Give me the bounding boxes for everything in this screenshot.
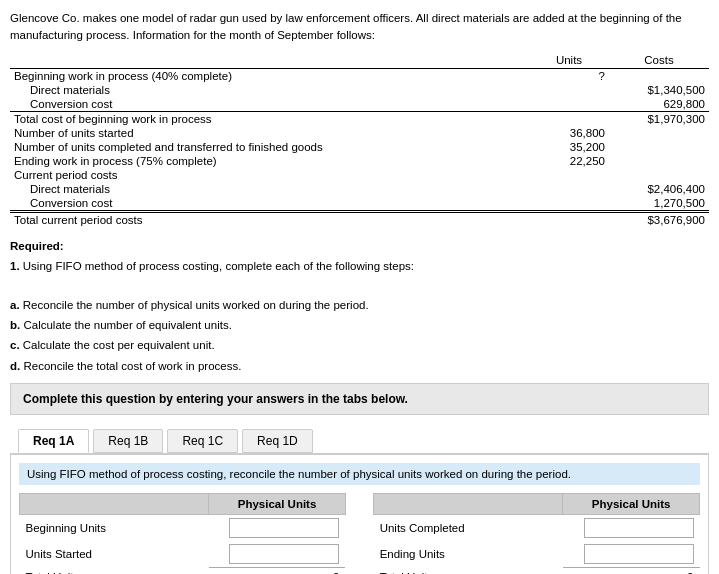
required-section: Required: 1. Using FIFO method of proces… (10, 237, 709, 376)
right-row-label: Units Completed (374, 515, 563, 542)
table-row-label: Conversion cost (10, 97, 529, 112)
table-row-costs: $1,970,300 (609, 111, 709, 126)
required-item: a. Reconcile the number of physical unit… (10, 296, 709, 314)
tab-instruction: Using FIFO method of process costing, re… (19, 463, 700, 485)
right-reconcile-table: Physical Units Units CompletedEnding Uni… (373, 493, 700, 574)
table-row-label: Current period costs (10, 168, 529, 182)
right-row-value: 0 (563, 568, 700, 574)
table-row-units (529, 97, 609, 112)
left-units-header: Physical Units (209, 494, 346, 515)
table-row-units (529, 211, 609, 227)
right-input-1[interactable] (584, 544, 694, 564)
table-row-label: Direct materials (10, 83, 529, 97)
left-row-value: 0 (209, 568, 346, 574)
left-row-label: Total Units (20, 568, 209, 574)
right-label-header (374, 494, 563, 515)
table-row-units (529, 196, 609, 212)
table-row-units: 35,200 (529, 140, 609, 154)
tabs-row: Req 1A Req 1B Req 1C Req 1D (10, 423, 709, 455)
table-row-costs (609, 168, 709, 182)
table-row-label: Total current period costs (10, 211, 529, 227)
left-row-value[interactable] (209, 541, 346, 568)
table-row-units (529, 111, 609, 126)
left-row-label: Beginning Units (20, 515, 209, 542)
table-row-costs (609, 126, 709, 140)
table-row-label: Total cost of beginning work in process (10, 111, 529, 126)
required-item: b. Calculate the number of equivalent un… (10, 316, 709, 334)
right-row-label: Ending Units (374, 541, 563, 568)
left-reconcile-table: Physical Units Beginning UnitsUnits Star… (19, 493, 346, 574)
table-row-label: Beginning work in process (40% complete) (10, 68, 529, 83)
table-row-label: Direct materials (10, 182, 529, 196)
table-row-costs: 1,270,500 (609, 196, 709, 212)
right-row-value[interactable] (563, 515, 700, 542)
table-row-label: Ending work in process (75% complete) (10, 154, 529, 168)
costs-header: Costs (609, 53, 709, 69)
right-units-header: Physical Units (563, 494, 700, 515)
units-header: Units (529, 53, 609, 69)
reconcile-layout: Physical Units Beginning UnitsUnits Star… (19, 493, 700, 574)
tab-content: Using FIFO method of process costing, re… (10, 455, 709, 574)
required-item: 1. Using FIFO method of process costing,… (10, 257, 709, 275)
table-row-costs (609, 154, 709, 168)
tab-req1c[interactable]: Req 1C (167, 429, 238, 453)
table-row-label: Number of units completed and transferre… (10, 140, 529, 154)
left-row-label: Units Started (20, 541, 209, 568)
left-label-header (20, 494, 209, 515)
tab-req1d[interactable]: Req 1D (242, 429, 313, 453)
tab-req1a[interactable]: Req 1A (18, 429, 89, 453)
table-row-costs (609, 68, 709, 83)
left-row-value[interactable] (209, 515, 346, 542)
table-row-units (529, 168, 609, 182)
table-row-label: Number of units started (10, 126, 529, 140)
table-row-costs: $2,406,400 (609, 182, 709, 196)
table-row-units (529, 83, 609, 97)
table-row-units: 36,800 (529, 126, 609, 140)
table-row-units (529, 182, 609, 196)
right-row-label: Total Units (374, 568, 563, 574)
right-input-0[interactable] (584, 518, 694, 538)
data-table: Units Costs Beginning work in process (4… (10, 53, 709, 227)
required-item: c. Calculate the cost per equivalent uni… (10, 336, 709, 354)
left-input-1[interactable] (229, 544, 339, 564)
complete-box: Complete this question by entering your … (10, 383, 709, 415)
table-row-costs (609, 140, 709, 154)
table-row-label: Conversion cost (10, 196, 529, 212)
table-row-units: 22,250 (529, 154, 609, 168)
table-row-costs: 629,800 (609, 97, 709, 112)
intro-text: Glencove Co. makes one model of radar gu… (10, 10, 709, 45)
required-item: d. Reconcile the total cost of work in p… (10, 357, 709, 375)
left-input-0[interactable] (229, 518, 339, 538)
tab-req1b[interactable]: Req 1B (93, 429, 163, 453)
table-row-costs: $1,340,500 (609, 83, 709, 97)
right-row-value[interactable] (563, 541, 700, 568)
table-row-costs: $3,676,900 (609, 211, 709, 227)
table-row-units: ? (529, 68, 609, 83)
required-title: Required: (10, 240, 64, 252)
